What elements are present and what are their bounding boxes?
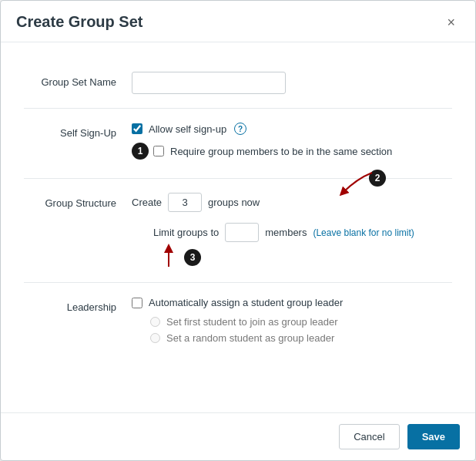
badge-3-row: 3 (132, 247, 452, 268)
self-signup-row: Self Sign-Up Allow self sign-up ? 1 Requ… (24, 109, 452, 179)
allow-self-signup-row: Allow self sign-up ? (132, 123, 452, 135)
members-label: members (265, 227, 307, 238)
require-same-section-checkbox[interactable] (153, 146, 164, 156)
random-student-label: Set a random student as group leader (166, 332, 334, 344)
group-structure-label: Group Structure (24, 193, 132, 209)
groups-now-label: groups now (208, 197, 260, 208)
leadership-row: Leadership Automatically assign a studen… (24, 283, 452, 362)
require-same-section-row: 1 Require group members to be in the sam… (132, 143, 452, 160)
allow-self-signup-checkbox[interactable] (132, 123, 142, 134)
dialog-footer: Cancel Save (1, 412, 475, 460)
create-label: Create (132, 197, 162, 208)
dialog-body: Group Set Name Self Sign-Up Allow self s… (1, 42, 475, 412)
no-limit-text: (Leave blank for no limit) (313, 227, 414, 238)
badge-3: 3 (184, 249, 201, 266)
dialog-title: Create Group Set (16, 13, 142, 31)
create-group-set-dialog: Create Group Set × Group Set Name Self S… (0, 0, 476, 461)
arrow-3-svg (153, 247, 184, 268)
help-icon[interactable]: ? (234, 123, 246, 135)
group-set-name-input[interactable] (132, 72, 286, 94)
auto-assign-checkbox[interactable] (132, 298, 142, 308)
random-student-radio-row: Set a random student as group leader (132, 332, 452, 344)
group-structure-content: 2 Create groups now (132, 193, 452, 268)
auto-assign-row: Automatically assign a student group lea… (132, 297, 452, 308)
limit-groups-input[interactable] (225, 223, 259, 242)
dialog-header: Create Group Set × (1, 1, 475, 42)
allow-self-signup-label: Allow self sign-up (149, 123, 226, 135)
limit-groups-label: Limit groups to (153, 227, 219, 238)
leadership-content: Automatically assign a student group lea… (132, 297, 452, 348)
group-structure-row: Group Structure 2 (24, 179, 452, 283)
first-student-radio[interactable] (150, 317, 160, 327)
create-groups-container: 2 Create groups now (132, 193, 452, 212)
random-student-radio[interactable] (150, 333, 160, 343)
self-signup-label: Self Sign-Up (24, 123, 132, 139)
limit-groups-inline: Limit groups to members (Leave blank for… (132, 223, 452, 242)
badge-1: 1 (132, 143, 149, 160)
leadership-label: Leadership (24, 297, 132, 313)
group-set-name-row: Group Set Name (24, 58, 452, 109)
group-set-name-content (132, 72, 452, 94)
first-student-radio-row: Set first student to join as group leade… (132, 316, 452, 328)
cancel-button[interactable]: Cancel (339, 424, 399, 449)
require-same-section-checkbox-row: Require group members to be in the same … (153, 146, 392, 157)
require-same-section-label: Require group members to be in the same … (170, 146, 392, 157)
auto-assign-label: Automatically assign a student group lea… (149, 297, 343, 308)
limit-groups-container: Limit groups to members (Leave blank for… (132, 223, 452, 268)
badge-2: 2 (369, 170, 386, 187)
close-button[interactable]: × (442, 14, 460, 31)
first-student-label: Set first student to join as group leade… (166, 316, 338, 328)
save-button[interactable]: Save (407, 424, 460, 449)
create-groups-inline: Create groups now (132, 193, 452, 212)
create-groups-input[interactable] (168, 193, 202, 212)
self-signup-content: Allow self sign-up ? 1 Require group mem… (132, 123, 452, 164)
group-set-name-label: Group Set Name (24, 72, 132, 88)
